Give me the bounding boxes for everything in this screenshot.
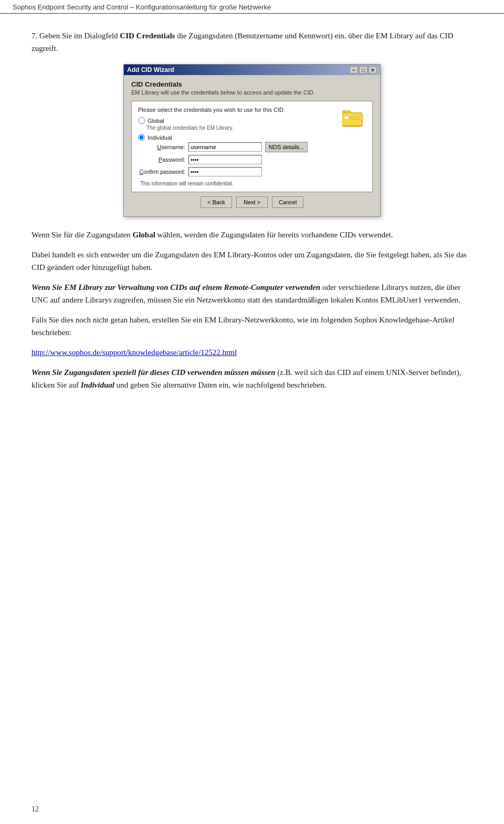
para6-muessen: müssen	[249, 368, 275, 377]
folder-icon	[342, 109, 363, 128]
page-header: Sophos Endpoint Security and Control – K…	[0, 0, 504, 14]
global-radio-row: Global	[138, 117, 334, 124]
link-para: http://www.sophos.de/support/knowledgeba…	[32, 346, 472, 359]
dialog-box: Add CID Wizard − □ × CID Credentials EM …	[123, 64, 381, 217]
password-input[interactable]	[188, 155, 262, 164]
username-input[interactable]	[188, 142, 262, 152]
password-label: Password:	[138, 157, 185, 163]
para6-bold: Wenn Sie Zugangsdaten speziell für diese…	[32, 368, 249, 377]
para4-bold: Wenn Sie EM Library zur Verwaltung von C…	[32, 283, 320, 291]
para5: Falls Sie dies noch nicht getan haben, e…	[32, 314, 472, 339]
sophos-link[interactable]: http://www.sophos.de/support/knowledgeba…	[32, 348, 237, 357]
confirm-label: Confirm password:	[138, 169, 185, 175]
section-number: 7.	[32, 32, 37, 40]
cancel-button[interactable]: Cancel	[272, 196, 303, 208]
dialog-section-title: CID Credentials	[131, 80, 373, 88]
individual-label: Individual	[148, 134, 172, 141]
section-intro-para: 7. Geben Sie im Dialogfeld CID Credentia…	[32, 29, 472, 55]
global-desc: The global credentials for EM Library.	[146, 125, 334, 131]
global-radio[interactable]	[138, 117, 145, 124]
close-button[interactable]: ×	[369, 66, 377, 74]
dialog-inner: CID Credentials EM Library will use the …	[124, 75, 380, 216]
page-footer: 12	[32, 805, 39, 813]
credentials-prompt: Please select the credentials you wish t…	[138, 107, 334, 113]
para6: Wenn Sie Zugangsdaten speziell für diese…	[32, 366, 472, 391]
para2: Wenn Sie für die Zugangsdaten Global wäh…	[32, 228, 472, 241]
para2-bold: Global	[133, 231, 155, 239]
confirm-password-input[interactable]	[188, 167, 262, 176]
para6-rest2: und geben Sie alternative Daten ein, wie…	[114, 381, 327, 389]
dialog-container: Add CID Wizard − □ × CID Credentials EM …	[32, 64, 472, 217]
back-button[interactable]: < Back	[201, 196, 232, 208]
dialog-titlebar: Add CID Wizard − □ ×	[124, 65, 380, 75]
confirm-password-row: Confirm password:	[138, 167, 334, 176]
cid-credentials-label: CID Credentials	[120, 32, 175, 40]
global-label: Global	[148, 118, 164, 124]
para2-start: Wenn Sie für die Zugangsdaten	[32, 231, 133, 239]
individual-radio[interactable]	[138, 134, 145, 141]
dialog-main-area: Please select the credentials you wish t…	[138, 107, 334, 186]
maximize-button[interactable]: □	[359, 66, 368, 74]
para3: Dabei handelt es sich entweder um die Zu…	[32, 248, 472, 274]
dialog-content-area: Please select the credentials you wish t…	[131, 101, 373, 192]
dialog-section-subtitle: EM Library will use the credentials belo…	[131, 89, 373, 96]
dialog-buttons: < Back Next > Cancel	[131, 192, 373, 211]
para6-bold2: Individual	[81, 381, 114, 389]
next-button[interactable]: Next >	[236, 196, 268, 208]
svg-rect-3	[344, 116, 349, 119]
username-label: Username:	[138, 144, 185, 150]
para2-end: wählen, werden die Zugangsdaten für bere…	[155, 231, 393, 239]
page-number: 12	[32, 805, 39, 813]
nds-details-button[interactable]: NDS details...	[265, 142, 308, 152]
header-text: Sophos Endpoint Security and Control – K…	[13, 3, 271, 11]
titlebar-buttons: − □ ×	[350, 66, 377, 74]
dialog-title: Add CID Wizard	[127, 66, 174, 74]
username-row: Username: NDS details...	[138, 142, 334, 152]
page-content: 7. Geben Sie im Dialogfeld CID Credentia…	[0, 14, 504, 414]
section-intro: Geben Sie im Dialogfeld	[39, 32, 120, 40]
individual-radio-row: Individual	[138, 134, 334, 141]
minimize-button[interactable]: −	[350, 66, 358, 74]
confidential-note: This information will remain confidentia…	[140, 181, 334, 186]
dialog-icon-area	[340, 107, 366, 186]
para4: Wenn Sie EM Library zur Verwaltung von C…	[32, 281, 472, 306]
password-row: Password:	[138, 155, 334, 164]
